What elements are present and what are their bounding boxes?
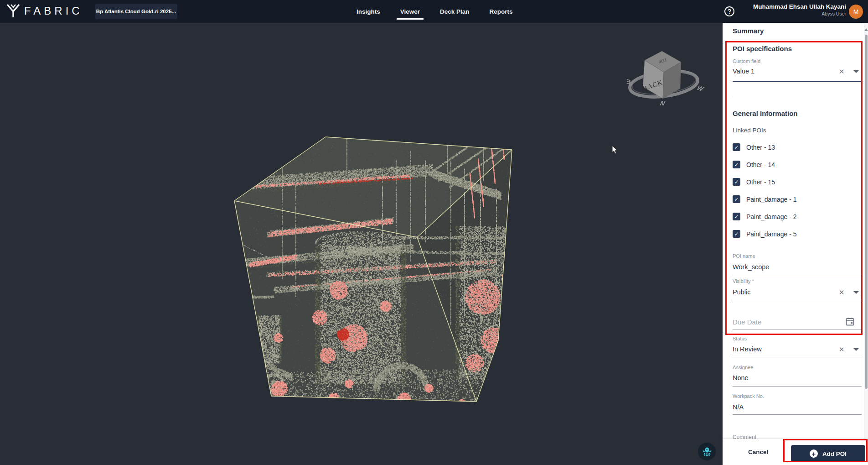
scrollbar[interactable]: [864, 23, 868, 465]
cancel-button[interactable]: Cancel: [745, 439, 771, 465]
workpack-input[interactable]: N/A: [733, 403, 744, 411]
tab-insights[interactable]: Insights: [356, 0, 380, 23]
viewcube[interactable]: TOP BACK E W N: [621, 46, 708, 112]
chevron-down-icon[interactable]: [853, 291, 859, 294]
tab-viewer[interactable]: Viewer: [400, 0, 420, 23]
mouse-cursor: [612, 145, 618, 154]
chevron-down-icon[interactable]: [853, 70, 859, 73]
poi-specifications-title: POI specifications: [733, 45, 792, 52]
user-info[interactable]: Muhammad Ehsan Ullah Kayani Abyss User: [753, 3, 846, 17]
fabric-logo: FABRIC: [6, 4, 83, 18]
field-underline: [733, 274, 862, 274]
field-underline: [733, 81, 862, 82]
general-information-title: General Information: [733, 110, 798, 117]
checkbox-icon[interactable]: ✓: [733, 161, 740, 168]
compass-east[interactable]: E: [625, 78, 631, 86]
fabric-app: FABRIC Bp Atlantis Cloud Gold-ri 2025...…: [0, 0, 868, 465]
checkbox-icon[interactable]: ✓: [733, 143, 740, 151]
user-role: Abyss User: [753, 11, 846, 17]
panel-footer: Cancel + Add POI: [723, 439, 868, 465]
workpack-label: Workpack No.: [733, 393, 764, 399]
field-underline: [733, 357, 862, 357]
kraken-button[interactable]: [698, 443, 716, 460]
status-label: Status: [733, 336, 747, 341]
field-underline: [733, 414, 862, 415]
linked-poi-label: Other - 15: [746, 178, 775, 186]
poi-name-input[interactable]: Work_scope: [733, 263, 769, 271]
logo-text: FABRIC: [24, 5, 83, 17]
divider: [733, 97, 861, 97]
checkbox-icon[interactable]: ✓: [733, 195, 740, 203]
calendar-icon[interactable]: [846, 317, 854, 328]
assignee-label: Assignee: [733, 365, 753, 370]
linked-poi-row[interactable]: ✓Paint_damage - 2: [733, 213, 797, 220]
plus-icon: +: [810, 449, 818, 458]
status-select[interactable]: In Review: [733, 345, 762, 353]
scrollbar-thumb[interactable]: [865, 35, 868, 389]
main-nav: InsightsViewerDeck PlanReports: [356, 0, 513, 23]
linked-poi-label: Paint_damage - 2: [746, 213, 797, 220]
tab-deck-plan[interactable]: Deck Plan: [440, 0, 470, 23]
linked-poi-row[interactable]: ✓Other - 15: [733, 178, 775, 186]
visibility-select[interactable]: Public: [733, 288, 751, 296]
linked-poi-label: Paint_damage - 1: [746, 196, 797, 203]
linked-poi-row[interactable]: ✓Other - 13: [733, 143, 775, 151]
help-icon[interactable]: ?: [724, 6, 734, 16]
compass-north[interactable]: N: [659, 99, 666, 107]
custom-field-select[interactable]: Value 1: [733, 68, 754, 75]
fabric-logo-icon: [6, 4, 20, 18]
linked-pois-label: Linked POIs: [733, 127, 766, 134]
octopus-icon: [702, 446, 713, 457]
project-chip[interactable]: Bp Atlantis Cloud Gold-ri 2025...: [95, 4, 177, 19]
field-underline: [733, 300, 862, 300]
linked-poi-row[interactable]: ✓Other - 14: [733, 161, 775, 168]
checkbox-icon[interactable]: ✓: [733, 230, 740, 238]
panel-title: Summary: [733, 27, 764, 35]
pointcloud-canvas[interactable]: [0, 23, 723, 465]
chevron-down-icon[interactable]: [853, 348, 859, 351]
visibility-label: Visibility *: [733, 278, 754, 284]
scrollbar-up-icon[interactable]: [864, 28, 868, 31]
field-underline: [733, 386, 862, 387]
top-navbar: FABRIC Bp Atlantis Cloud Gold-ri 2025...…: [0, 0, 868, 23]
summary-panel: Summary POI specifications Custom field …: [723, 23, 868, 465]
clear-icon[interactable]: ✕: [838, 289, 845, 296]
tab-reports[interactable]: Reports: [490, 0, 513, 23]
avatar[interactable]: M: [849, 5, 863, 19]
poi-name-label: POI name: [733, 253, 755, 259]
add-poi-button[interactable]: + Add POI: [791, 445, 865, 462]
linked-poi-label: Other - 13: [746, 144, 775, 151]
linked-poi-row[interactable]: ✓Paint_damage - 5: [733, 230, 797, 238]
field-underline: [733, 329, 862, 329]
clear-icon[interactable]: ✕: [838, 68, 845, 75]
linked-poi-label: Other - 14: [746, 161, 775, 168]
custom-field-label: Custom field: [733, 58, 760, 64]
checkbox-icon[interactable]: ✓: [733, 178, 740, 186]
clear-icon[interactable]: ✕: [838, 346, 845, 353]
divider: [733, 40, 861, 40]
user-name: Muhammad Ehsan Ullah Kayani: [753, 3, 846, 11]
viewer-3d[interactable]: TOP BACK E W N: [0, 23, 723, 465]
checkbox-icon[interactable]: ✓: [733, 213, 740, 220]
assignee-input[interactable]: None: [733, 374, 749, 381]
due-date-input[interactable]: Due Date: [733, 318, 761, 326]
linked-poi-label: Paint_damage - 5: [746, 230, 797, 238]
add-poi-label: Add POI: [822, 450, 847, 457]
linked-poi-row[interactable]: ✓Paint_damage - 1: [733, 195, 797, 203]
